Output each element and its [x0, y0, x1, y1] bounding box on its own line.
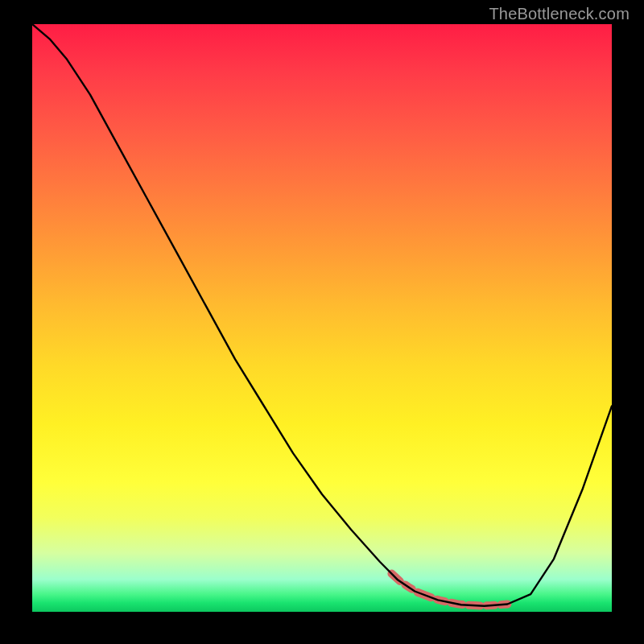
optimal-range-marker	[391, 574, 507, 606]
curve-layer	[32, 24, 612, 612]
bottleneck-curve	[32, 24, 612, 606]
plot-area	[32, 24, 612, 612]
chart-frame: TheBottleneck.com	[0, 0, 644, 644]
watermark-text: TheBottleneck.com	[489, 5, 630, 23]
